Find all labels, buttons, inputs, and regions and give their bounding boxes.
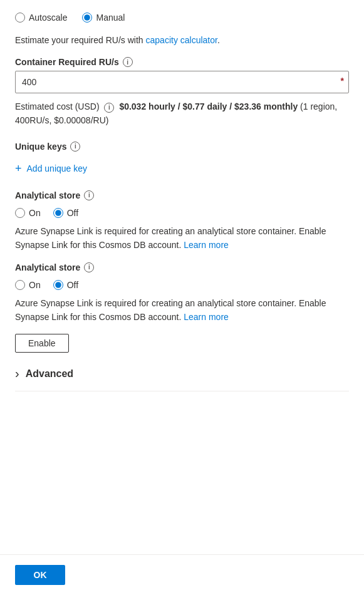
capacity-text-before: Estimate your required RU/s with [15,35,146,45]
advanced-label: Advanced [26,368,73,380]
analytical-store-2-learn-more-link[interactable]: Learn more [184,312,229,322]
content-area: Autoscale Manual Estimate your required … [0,0,364,554]
analytical-store-1-off-option[interactable]: Off [53,208,78,218]
analytical-store-1-description: Azure Synapse Link is required for creat… [15,224,349,252]
analytical-store-1-on-radio[interactable] [15,208,25,218]
unique-keys-info-icon[interactable]: i [70,142,80,152]
manual-label: Manual [96,13,125,23]
manual-option[interactable]: Manual [82,13,125,23]
analytical-store-1-on-label: On [29,208,41,218]
required-indicator: * [341,76,344,86]
plus-icon: + [15,163,22,174]
analytical-store-1-label-text: Analytical store [15,190,80,200]
ok-button[interactable]: OK [15,565,65,585]
analytical-store-1-info-icon[interactable]: i [84,190,94,200]
autoscale-label: Autoscale [29,13,67,23]
throughput-radio-row: Autoscale Manual [15,13,349,23]
cost-info-icon[interactable]: i [104,103,114,113]
analytical-store-2-off-radio[interactable] [53,280,63,290]
analytical-store-1-off-radio[interactable] [53,208,63,218]
autoscale-radio[interactable] [15,13,25,23]
container-rus-info-icon[interactable]: i [123,57,133,67]
analytical-store-2-on-option[interactable]: On [15,280,41,290]
analytical-store-2-radio-group: On Off [15,280,349,290]
autoscale-option[interactable]: Autoscale [15,13,67,23]
analytical-store-1-on-option[interactable]: On [15,208,41,218]
analytical-store-2-info-icon[interactable]: i [84,262,94,272]
container-rus-label: Container Required RU/s i [15,57,349,67]
analytical-store-2-description: Azure Synapse Link is required for creat… [15,296,349,324]
capacity-calculator-text: Estimate your required RU/s with capacit… [15,34,349,47]
page-container: Autoscale Manual Estimate your required … [0,0,364,595]
add-unique-key-button[interactable]: + Add unique key [15,160,87,177]
chevron-right-icon: › [15,366,19,381]
analytical-store-1-radio-group: On Off [15,208,349,218]
capacity-calculator-link[interactable]: capacity calculator [146,35,217,45]
container-rus-wrapper: * [15,71,349,93]
cost-estimate: Estimated cost (USD) i $0.032 hourly / $… [15,100,349,128]
analytical-store-1-label: Analytical store i [15,190,349,200]
unique-keys-section: Unique keys i [15,142,349,152]
analytical-store-2-label: Analytical store i [15,262,349,272]
manual-radio[interactable] [82,13,92,23]
analytical-store-1-learn-more-link[interactable]: Learn more [184,240,229,250]
unique-keys-label-text: Unique keys [15,142,66,152]
footer: OK [0,554,364,595]
analytical-store-2-off-label: Off [67,280,78,290]
analytical-store-1-off-label: Off [67,208,78,218]
cost-highlight: $0.032 hourly / $0.77 daily / $23.36 mon… [119,101,298,111]
analytical-store-2-label-text: Analytical store [15,262,80,272]
analytical-store-2-on-label: On [29,280,41,290]
add-key-label: Add unique key [27,163,88,173]
capacity-text-after: . [217,35,220,45]
cost-prefix: Estimated cost (USD) [15,101,100,111]
enable-button[interactable]: Enable [15,334,69,353]
analytical-store-2-off-option[interactable]: Off [53,280,78,290]
container-rus-input[interactable] [15,71,349,93]
analytical-store-2-on-radio[interactable] [15,280,25,290]
bottom-divider [15,391,349,391]
advanced-row[interactable]: › Advanced [15,366,349,381]
